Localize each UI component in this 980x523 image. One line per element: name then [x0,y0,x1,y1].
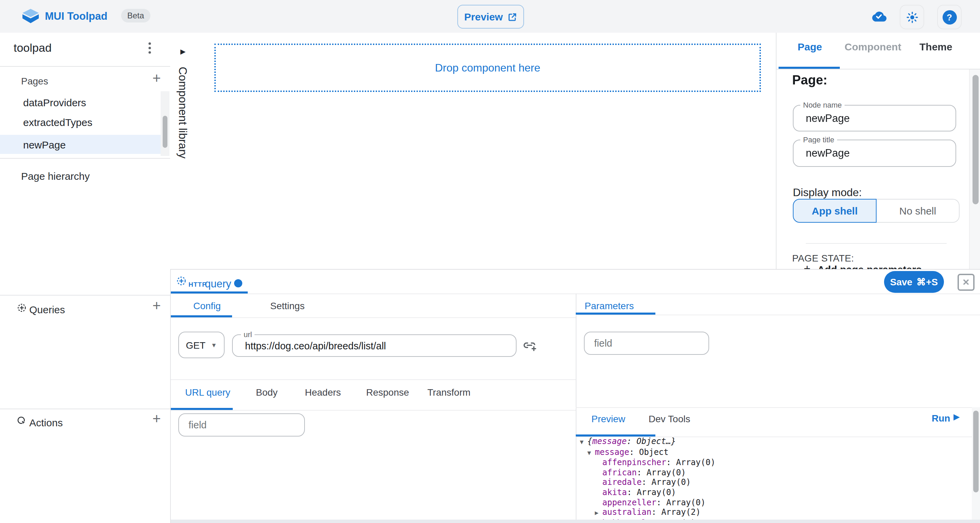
preview-button[interactable]: Preview [457,5,524,29]
sidebar-item-dataproviders[interactable]: dataProviders [0,92,161,112]
parameters-field-placeholder: field [594,338,612,349]
pages-scrollbar[interactable] [161,91,169,156]
sidebar-item-extractedtypes[interactable]: extractedTypes [0,112,161,131]
json-tree-row[interactable]: appenzeller: Array(0) [576,497,967,507]
save-button[interactable]: Save ⌘+S [884,271,944,293]
pages-scrollbar-thumb[interactable] [163,116,167,148]
beta-badge: Beta [121,9,150,22]
inspector-heading: Page: [792,73,827,88]
query-tab[interactable]: query [205,278,231,290]
preview-scrollbar[interactable] [972,407,980,520]
display-mode-no-shell[interactable]: No shell [877,199,959,223]
actions-section-label: Actions [29,417,63,428]
sun-icon [906,11,918,23]
app-window: MUI Toolpad Beta Preview [0,0,980,523]
json-tree-row[interactable]: african: Array(0) [576,468,967,478]
sidebar-item-newpage[interactable]: newPage [0,135,161,154]
display-mode-label: Display mode: [793,187,862,199]
horizontal-scrollbar-track[interactable] [171,520,980,523]
add-binding-icon[interactable] [522,338,537,353]
unsaved-indicator-dot [234,279,242,287]
inspector-scrollbar-thumb[interactable] [972,75,978,204]
url-query-field-placeholder: field [189,419,207,431]
json-tree-row[interactable]: airedale: Array(0) [576,478,967,488]
help-button[interactable]: ? [937,5,962,29]
page-item-label: newPage [23,139,66,150]
component-library-label: Component library [176,67,189,159]
add-query-button[interactable]: + [153,300,161,312]
query-editor-panel: HTTP query Save ⌘+S ✕ Config Settings GE… [170,269,980,523]
json-tree-row[interactable]: ▼{message: Object…} [576,437,967,447]
page-canvas[interactable]: Drop component here [198,33,776,269]
toolpad-logo-icon [22,9,39,24]
tab-parameters[interactable]: Parameters [585,300,634,311]
external-link-icon [508,12,517,21]
method-select[interactable]: GET ▼ [178,332,224,358]
save-button-label: Save [890,276,912,287]
url-input[interactable]: url https://dog.ceo/api/breeds/list/all [232,334,517,357]
plus-icon: + [804,262,811,269]
preview-button-label: Preview [464,11,503,22]
tab-preview[interactable]: Preview [592,413,625,424]
run-button[interactable]: Run [932,413,950,424]
pages-section-label: Pages [21,76,48,86]
component-library-panel[interactable]: ▶ Component library [170,33,199,269]
app-shell-label: App shell [811,205,858,217]
add-action-button[interactable]: + [153,413,161,425]
url-query-field-input[interactable]: field [178,413,305,437]
tab-transform[interactable]: Transform [427,387,471,398]
tab-config[interactable]: Config [193,300,221,311]
save-shortcut: ⌘+S [916,276,938,287]
method-value: GET [186,340,205,350]
cloud-synced-icon [871,11,887,22]
app-title: MUI Toolpad [45,10,108,22]
inspector-panel: Page Component Theme Page: Node name new… [776,33,980,269]
sidebar: toolpad Pages + dataProviders extractedT… [0,33,171,523]
expand-arrow-icon[interactable]: ▶ [180,48,185,55]
queries-icon [17,303,27,313]
page-item-label: dataProviders [23,96,86,108]
preview-scrollbar-thumb[interactable] [973,411,978,492]
tab-component[interactable]: Component [845,41,901,53]
page-title-field[interactable]: Page title newPage [793,140,956,167]
add-page-button[interactable]: + [153,72,161,85]
close-icon: ✕ [962,277,970,287]
inspector-scrollbar[interactable] [969,69,980,269]
page-hierarchy-label: Page hierarchy [21,170,90,182]
tab-url-query[interactable]: URL query [185,387,231,398]
tab-dev-tools[interactable]: Dev Tools [649,413,690,424]
question-mark-icon: ? [942,10,956,24]
chevron-down-icon: ▼ [211,341,217,348]
url-input-value: https://dog.ceo/api/breeds/list/all [245,340,386,351]
query-type-icon [176,276,186,286]
node-name-value: newPage [806,112,850,124]
tab-settings[interactable]: Settings [270,300,305,311]
json-tree-row[interactable]: ▶australian: Array(2) [576,507,967,518]
tab-theme[interactable]: Theme [920,41,953,53]
drop-zone[interactable]: Drop component here [215,43,761,92]
http-protocol-badge: HTTP [189,281,207,288]
json-tree-row[interactable]: akita: Array(0) [576,488,967,497]
node-name-field[interactable]: Node name newPage [793,105,956,131]
theme-toggle-button[interactable] [900,5,924,29]
actions-icon [17,416,27,426]
parameters-field-input[interactable]: field [584,332,709,355]
kebab-menu-icon[interactable] [148,42,151,54]
project-name: toolpad [14,41,52,55]
tab-page[interactable]: Page [798,41,822,53]
json-tree: ▼{message: Object…}▼message: Objectaffen… [576,437,967,520]
tab-body[interactable]: Body [256,387,278,398]
run-play-icon[interactable]: ▶ [953,412,959,421]
json-tree-row[interactable]: affenpinscher: Array(0) [576,458,967,467]
tab-headers[interactable]: Headers [305,387,341,398]
close-panel-button[interactable]: ✕ [958,274,975,291]
add-page-parameters-button[interactable]: + Add page parameters [804,262,922,269]
add-page-parameters-label: Add page parameters [817,263,922,269]
json-tree-row[interactable]: ▼message: Object [576,447,967,458]
drop-hint-text: Drop component here [435,62,540,74]
page-item-label: extractedTypes [23,116,92,128]
display-mode-app-shell[interactable]: App shell [793,199,877,223]
tab-response[interactable]: Response [366,387,409,398]
page-title-value: newPage [806,147,850,159]
app-header: MUI Toolpad Beta Preview [0,0,980,33]
